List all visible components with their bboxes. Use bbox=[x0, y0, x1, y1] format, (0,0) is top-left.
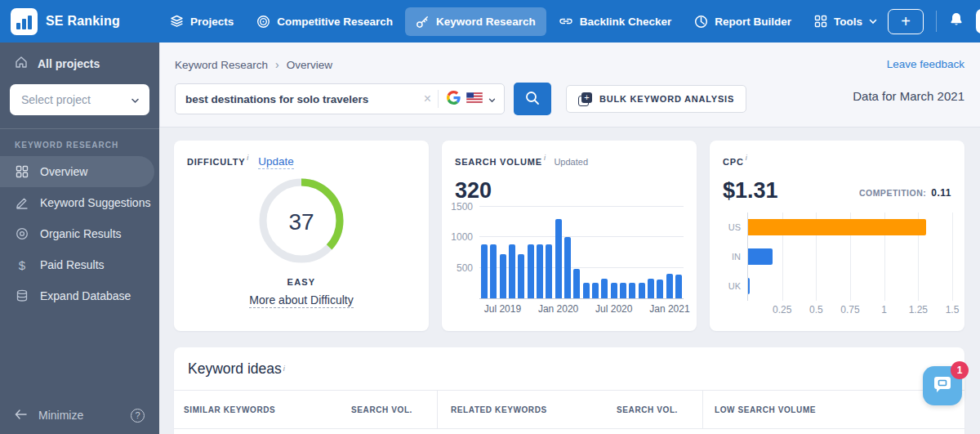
search-engine-selector[interactable] bbox=[447, 91, 496, 108]
sidebar-item-keyword-suggestions[interactable]: Keyword Suggestions bbox=[0, 187, 159, 218]
chevron-down-icon bbox=[488, 92, 496, 106]
volume-bar[interactable] bbox=[583, 283, 590, 298]
search-button[interactable] bbox=[514, 83, 551, 115]
nav-item-report-builder[interactable]: Report Builder bbox=[684, 7, 802, 36]
volume-bar[interactable] bbox=[518, 254, 524, 298]
add-button[interactable]: + bbox=[888, 9, 924, 34]
more-about-difficulty-link[interactable]: More about Difficulty bbox=[249, 293, 353, 308]
chevron-down-icon bbox=[869, 19, 877, 25]
volume-bar[interactable] bbox=[509, 244, 515, 298]
info-icon[interactable]: i bbox=[746, 154, 747, 162]
volume-bar[interactable] bbox=[666, 274, 673, 298]
x-axis-tick: Jul 2020 bbox=[595, 303, 632, 315]
home-icon bbox=[15, 56, 28, 71]
info-icon[interactable]: i bbox=[247, 154, 248, 162]
key-icon bbox=[416, 15, 430, 29]
volume-bar[interactable] bbox=[564, 237, 571, 298]
select-project-dropdown[interactable]: Select project bbox=[10, 84, 149, 115]
cpc-row-uk: UK bbox=[748, 271, 951, 301]
help-icon[interactable]: ? bbox=[131, 409, 145, 423]
gridline bbox=[952, 213, 953, 301]
sidebar-item-all-projects[interactable]: All projects bbox=[0, 43, 159, 76]
nav-label: Backlink Checker bbox=[580, 16, 672, 28]
sidebar-item-label: Paid Results bbox=[40, 258, 105, 271]
x-axis-tick: Jul 2019 bbox=[484, 303, 521, 315]
keyword-search-input[interactable] bbox=[185, 93, 417, 105]
breadcrumb-overview[interactable]: Overview bbox=[287, 59, 332, 71]
keyword-ideas-card: Keyword ideasi SIMILAR KEYWORDS SEARCH V… bbox=[174, 347, 964, 434]
volume-bar[interactable] bbox=[657, 280, 663, 298]
volume-bar[interactable] bbox=[601, 279, 608, 298]
main-nav: Projects Competitive Research Keyword Re… bbox=[159, 7, 888, 36]
volume-bar[interactable] bbox=[675, 275, 682, 298]
update-link[interactable]: Update bbox=[258, 155, 294, 169]
minimize-label: Minimize bbox=[38, 409, 83, 422]
country-label: IN bbox=[732, 252, 741, 262]
nav-label: Competitive Research bbox=[277, 16, 393, 28]
database-icon bbox=[15, 289, 29, 302]
volume-bar[interactable] bbox=[629, 283, 635, 298]
volume-bar[interactable] bbox=[481, 244, 488, 298]
volume-bar[interactable] bbox=[648, 279, 654, 298]
volume-bar[interactable] bbox=[611, 283, 617, 298]
sidebar: All projects Select project KEYWORD RESE… bbox=[0, 43, 159, 434]
nav-item-projects[interactable]: Projects bbox=[159, 7, 244, 35]
column-similar-keywords[interactable]: SIMILAR KEYWORDS bbox=[184, 405, 275, 414]
competition-value: 0.11 bbox=[931, 187, 951, 199]
column-low-search-volume[interactable]: LOW SEARCH VOLUME bbox=[715, 405, 816, 414]
volume-bar[interactable] bbox=[500, 254, 506, 298]
volume-bar[interactable] bbox=[573, 269, 580, 298]
leave-feedback-link[interactable]: Leave feedback bbox=[887, 58, 964, 70]
dollar-icon: $ bbox=[15, 258, 29, 272]
column-search-vol-1[interactable]: SEARCH VOL. bbox=[351, 405, 412, 414]
volume-bar[interactable] bbox=[620, 283, 626, 298]
sidebar-item-label: Keyword Suggestions bbox=[40, 196, 150, 209]
cpc-bar[interactable] bbox=[748, 248, 773, 265]
info-icon[interactable]: i bbox=[283, 365, 285, 373]
sidebar-item-label: Organic Results bbox=[40, 227, 122, 240]
x-axis-tick: 1.25 bbox=[909, 304, 928, 315]
cpc-value: $1.31 bbox=[723, 178, 778, 204]
minimize-button[interactable]: Minimize bbox=[15, 409, 83, 422]
gridline bbox=[479, 206, 684, 207]
sidebar-item-overview[interactable]: Overview bbox=[0, 156, 154, 187]
volume-bar[interactable] bbox=[592, 283, 599, 298]
clear-search-icon[interactable]: × bbox=[417, 92, 438, 106]
bulk-button-label: BULK KEYWORD ANALYSIS bbox=[599, 94, 734, 104]
bulk-analysis-icon: + bbox=[578, 92, 592, 106]
search-row: × bbox=[175, 83, 746, 115]
volume-bar[interactable] bbox=[546, 244, 552, 298]
volume-bar[interactable] bbox=[490, 244, 497, 298]
bell-icon[interactable] bbox=[949, 11, 964, 31]
x-axis-tick: Jan 2021 bbox=[649, 303, 689, 315]
bulk-keyword-analysis-button[interactable]: + BULK KEYWORD ANALYSIS bbox=[566, 85, 746, 113]
volume-bar[interactable] bbox=[537, 244, 543, 298]
sidebar-item-expand-database[interactable]: Expand Database bbox=[0, 280, 159, 311]
nav-divider bbox=[936, 11, 937, 32]
chat-widget-button[interactable]: 1 bbox=[923, 366, 962, 405]
cpc-title: CPC bbox=[723, 157, 744, 167]
volume-bar[interactable] bbox=[528, 244, 534, 298]
cpc-bar[interactable] bbox=[748, 278, 750, 294]
info-icon[interactable]: i bbox=[544, 154, 546, 162]
sidebar-item-paid-results[interactable]: $ Paid Results bbox=[0, 249, 159, 280]
volume-bars bbox=[481, 208, 682, 298]
search-box: × bbox=[175, 83, 505, 114]
nav-item-tools[interactable]: Tools bbox=[804, 7, 888, 35]
column-related-keywords[interactable]: RELATED KEYWORDS bbox=[451, 405, 547, 414]
nav-item-competitive-research[interactable]: Competitive Research bbox=[246, 7, 403, 36]
data-period-label: Data for March 2021 bbox=[853, 89, 964, 103]
nav-item-backlink-checker[interactable]: Backlink Checker bbox=[548, 7, 683, 35]
cpc-bar[interactable] bbox=[748, 219, 926, 235]
column-search-vol-2[interactable]: SEARCH VOL. bbox=[617, 405, 678, 414]
volume-bar[interactable] bbox=[555, 219, 562, 298]
x-axis-tick: 0.75 bbox=[840, 304, 859, 315]
brand[interactable]: SE Ranking bbox=[0, 8, 159, 35]
volume-bar[interactable] bbox=[639, 283, 645, 298]
user-avatar[interactable]: SS bbox=[976, 9, 980, 34]
breadcrumb-keyword-research[interactable]: Keyword Research bbox=[175, 59, 268, 71]
nav-item-keyword-research[interactable]: Keyword Research bbox=[405, 7, 546, 36]
nav-label: Projects bbox=[190, 16, 234, 28]
link-icon bbox=[559, 15, 573, 28]
sidebar-item-organic-results[interactable]: Organic Results bbox=[0, 218, 159, 249]
